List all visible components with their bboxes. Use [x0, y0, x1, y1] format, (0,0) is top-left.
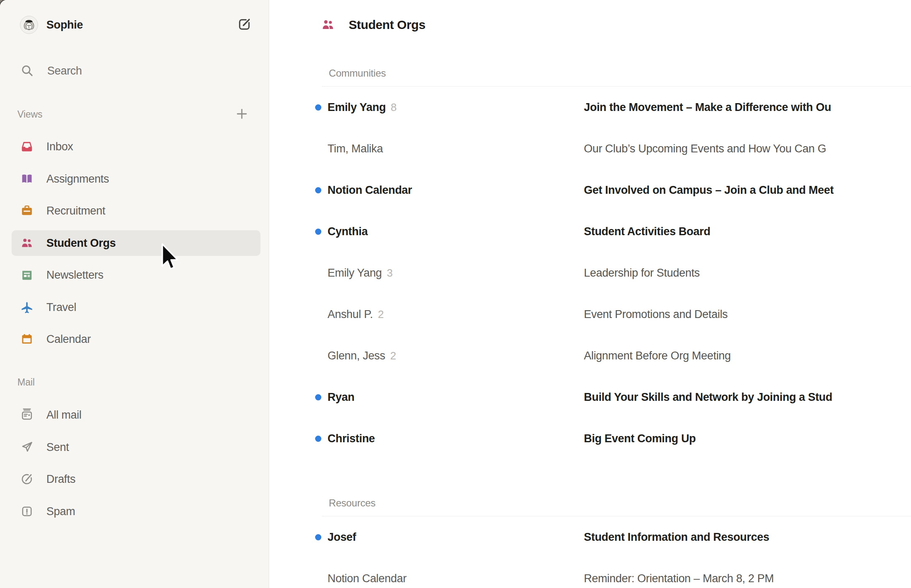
- view-header: Student Orgs: [270, 0, 911, 50]
- email-row[interactable]: RyanBuild Your Skills and Network by Joi…: [270, 376, 911, 418]
- sender-name: Cynthia: [328, 225, 368, 238]
- sidebar-item-travel[interactable]: Travel: [12, 294, 260, 320]
- email-row[interactable]: Emily Yang3Leadership for Students: [270, 252, 911, 294]
- sender-name: Notion Calendar: [328, 184, 412, 197]
- briefcase-icon: [20, 204, 34, 218]
- sender-name: Emily Yang: [328, 267, 382, 280]
- sidebar-item-recruitment[interactable]: Recruitment: [12, 198, 260, 224]
- section-header-communities: Communities: [270, 50, 911, 87]
- people-icon: [20, 236, 34, 250]
- send-icon: [20, 440, 34, 454]
- unread-dot: [315, 104, 321, 111]
- section-header-resources: Resources: [270, 459, 911, 516]
- sender-name: Emily Yang: [328, 101, 386, 114]
- plus-icon: [234, 106, 249, 123]
- sidebar-item-spam[interactable]: Spam: [12, 499, 260, 524]
- sender-name: Tim, Malika: [328, 142, 383, 155]
- unread-dot: [315, 229, 321, 235]
- sidebar-item-label: Drafts: [46, 473, 75, 486]
- airplane-icon: [20, 300, 34, 314]
- sender-name: Anshul P.: [328, 308, 373, 321]
- sidebar-item-label: Assignments: [46, 173, 109, 186]
- email-sender: Glenn, Jess2: [328, 335, 396, 376]
- email-row[interactable]: Tim, MalikaOur Club’s Upcoming Events an…: [270, 128, 911, 169]
- compose-icon: [236, 17, 252, 34]
- email-sender: Josef: [328, 516, 356, 558]
- email-sender: Cynthia: [328, 211, 368, 252]
- sidebar-item-label: Spam: [46, 505, 75, 518]
- email-row[interactable]: CynthiaStudent Activities Board: [270, 211, 911, 252]
- views-section-header: Views: [0, 101, 269, 127]
- sender-name: Glenn, Jess: [328, 349, 385, 362]
- email-subject: Build Your Skills and Network by Joining…: [584, 376, 911, 418]
- sidebar-item-newsletters[interactable]: Newsletters: [12, 262, 260, 288]
- sidebar-item-assignments[interactable]: Assignments: [12, 166, 260, 192]
- notion-mail-window: Sophie Search Views: [0, 0, 911, 588]
- email-subject: Join the Movement – Make a Difference wi…: [584, 87, 911, 128]
- email-sender: Anshul P.2: [328, 294, 384, 335]
- sidebar-item-calendar[interactable]: Calendar: [12, 326, 260, 352]
- search-label: Search: [47, 65, 82, 77]
- add-view-button[interactable]: [234, 107, 249, 122]
- compose-button[interactable]: [236, 17, 252, 33]
- sidebar-item-inbox[interactable]: Inbox: [12, 134, 260, 159]
- sender-name: Josef: [328, 531, 356, 544]
- email-subject: Student Information and Resources: [584, 516, 911, 558]
- email-subject: Student Activities Board: [584, 211, 911, 252]
- email-row[interactable]: Anshul P.2Event Promotions and Details: [270, 294, 911, 335]
- drafts-icon: [20, 472, 34, 486]
- email-sections: CommunitiesEmily Yang8Join the Movement …: [270, 50, 911, 588]
- sender-name: Notion Calendar: [328, 572, 407, 585]
- people-icon: [321, 17, 335, 32]
- sidebar-item-student-orgs[interactable]: Student Orgs: [12, 230, 260, 256]
- email-sender: Tim, Malika: [328, 128, 383, 169]
- profile-name[interactable]: Sophie: [46, 15, 83, 35]
- unread-dot: [315, 436, 321, 442]
- inbox-icon: [20, 140, 34, 154]
- book-icon: [20, 172, 34, 186]
- profile-row: Sophie: [0, 15, 269, 35]
- email-subject: Event Promotions and Details: [584, 294, 911, 335]
- email-row[interactable]: JosefStudent Information and Resources: [270, 516, 911, 558]
- email-sender: Emily Yang8: [328, 87, 397, 128]
- sidebar-item-label: Recruitment: [46, 205, 105, 217]
- email-row[interactable]: Notion CalendarReminder: Orientation – M…: [270, 558, 911, 588]
- thread-count: 2: [390, 349, 396, 362]
- all-mail-icon: [20, 408, 34, 422]
- sidebar-item-sent[interactable]: Sent: [12, 434, 260, 460]
- search-button[interactable]: Search: [12, 58, 260, 84]
- calendar-icon: [20, 332, 34, 346]
- unread-dot: [315, 394, 321, 400]
- sidebar: Sophie Search Views: [0, 0, 269, 588]
- sidebar-item-all-mail[interactable]: All mail: [12, 402, 260, 428]
- page-title: Student Orgs: [349, 18, 425, 32]
- sidebar-item-drafts[interactable]: Drafts: [12, 466, 260, 492]
- thread-count: 8: [391, 101, 397, 114]
- sidebar-item-label: Calendar: [46, 333, 91, 346]
- mail-list-pane: Student Orgs CommunitiesEmily Yang8Join …: [270, 0, 911, 588]
- email-row[interactable]: Notion CalendarGet Involved on Campus – …: [270, 169, 911, 211]
- section-label: Communities: [329, 68, 386, 78]
- sidebar-item-label: Sent: [46, 441, 69, 454]
- section-label: Resources: [329, 498, 376, 508]
- newspaper-icon: [20, 268, 34, 282]
- avatar[interactable]: [20, 16, 38, 34]
- email-subject: Alignment Before Org Meeting: [584, 335, 911, 376]
- email-sender: Notion Calendar: [328, 169, 412, 211]
- sidebar-item-label: Newsletters: [46, 269, 104, 282]
- email-row[interactable]: Emily Yang8Join the Movement – Make a Di…: [270, 87, 911, 128]
- sidebar-item-label: Student Orgs: [46, 237, 116, 250]
- unread-dot: [315, 187, 321, 193]
- email-row[interactable]: Glenn, Jess2Alignment Before Org Meeting: [270, 335, 911, 376]
- email-subject: Our Club’s Upcoming Events and How You C…: [584, 128, 911, 169]
- thread-count: 3: [387, 267, 393, 280]
- spam-icon: [20, 504, 34, 518]
- email-subject: Get Involved on Campus – Join a Club and…: [584, 169, 911, 211]
- email-row[interactable]: ChristineBig Event Coming Up: [270, 418, 911, 459]
- email-subject: Reminder: Orientation – March 8, 2 PM: [584, 558, 911, 588]
- sidebar-item-label: All mail: [46, 409, 82, 422]
- sender-name: Christine: [328, 432, 375, 445]
- email-sender: Notion Calendar: [328, 558, 407, 588]
- email-sender: Emily Yang3: [328, 252, 393, 294]
- email-subject: Big Event Coming Up: [584, 418, 911, 459]
